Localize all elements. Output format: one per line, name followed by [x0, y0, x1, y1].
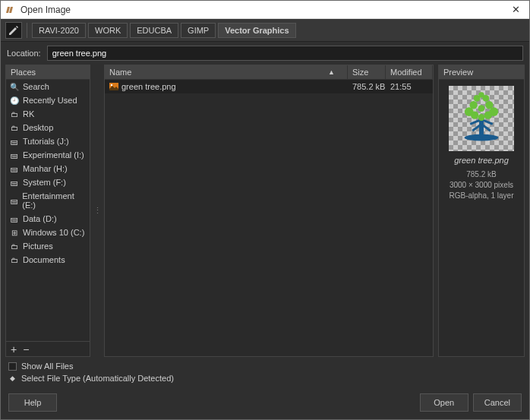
drive-icon: 🖴 [10, 164, 19, 173]
location-label: Location: [7, 49, 41, 58]
breadcrumb-segment[interactable]: Vector Graphics [218, 23, 295, 38]
place-label: RK [23, 109, 34, 118]
filelist-header: Name ▲ Size Modified [105, 65, 433, 80]
cancel-button[interactable]: Cancel [473, 393, 522, 412]
file-size-cell: 785.2 kB [348, 81, 386, 92]
place-item[interactable]: 🖴Tutorials (J:) [6, 134, 90, 148]
preview-panel: Preview [438, 65, 525, 357]
place-label: Manhar (H:) [23, 164, 68, 173]
drive-icon: 🖴 [10, 150, 19, 159]
typein-toggle-button[interactable] [5, 22, 22, 39]
col-modified[interactable]: Modified [386, 65, 433, 79]
breadcrumb-segment[interactable]: RAVI-2020 [32, 23, 86, 38]
location-row: Location: [1, 42, 529, 65]
filelist-panel: Name ▲ Size Modified green tree.png785.2… [104, 65, 434, 357]
place-label: Recently Used [23, 96, 77, 105]
search-icon: 🔍 [10, 82, 19, 91]
drive-icon: 🖴 [10, 214, 19, 223]
separator [27, 23, 27, 38]
places-list: 🔍Search🕘Recently Used🗀RK🗀Desktop🖴Tutoria… [6, 80, 90, 341]
app-icon [5, 5, 16, 15]
expand-icon[interactable]: ◆ [8, 374, 17, 383]
open-button[interactable]: Open [420, 393, 468, 412]
pane-resize-grip[interactable]: ⋮ [95, 65, 99, 357]
show-all-files-row[interactable]: Show All Files [8, 360, 522, 372]
preview-info: 785.2 kB 3000 × 3000 pixels RGB-alpha, 1… [449, 169, 513, 201]
place-item[interactable]: 🗀RK [6, 107, 90, 121]
places-footer: + − [6, 341, 90, 356]
preview-header: Preview [439, 65, 524, 80]
col-size[interactable]: Size [348, 65, 386, 79]
breadcrumb-segment[interactable]: EDUCBA [130, 23, 178, 38]
place-item[interactable]: 🔍Search [6, 80, 90, 93]
place-item[interactable]: 🖴Data (D:) [6, 212, 90, 226]
svg-point-13 [484, 111, 492, 118]
win-icon: ⊞ [10, 228, 19, 237]
folder-icon: 🗀 [10, 123, 19, 132]
place-label: Windows 10 (C:) [23, 228, 84, 237]
filelist-rows: green tree.png785.2 kB21:55 [105, 80, 433, 356]
path-toolbar: RAVI-2020WORKEDUCBAGIMPVector Graphics [1, 19, 529, 42]
svg-point-12 [471, 111, 478, 118]
place-label: Pictures [23, 242, 53, 251]
folder-icon: 🗀 [10, 109, 19, 118]
place-label: Experimental (I:) [23, 150, 84, 159]
image-file-icon [109, 82, 118, 91]
place-label: Data (D:) [23, 214, 57, 223]
place-item[interactable]: 🖴Entertainment (E:) [6, 189, 90, 212]
clock-icon: 🕘 [10, 96, 19, 105]
file-modified-cell: 21:55 [386, 81, 433, 92]
svg-point-1 [111, 84, 112, 86]
place-label: Documents [23, 255, 65, 264]
folder-icon: 🗀 [10, 255, 19, 264]
add-bookmark-button[interactable]: + [11, 344, 17, 355]
place-item[interactable]: 🕘Recently Used [6, 93, 90, 107]
drive-icon: 🖴 [10, 178, 19, 187]
place-item[interactable]: 🖴System (F:) [6, 175, 90, 189]
place-item[interactable]: 🗀Documents [6, 253, 90, 267]
svg-point-4 [478, 105, 485, 112]
file-row[interactable]: green tree.png785.2 kB21:55 [105, 80, 433, 93]
col-name[interactable]: Name ▲ [105, 65, 348, 79]
svg-point-11 [478, 92, 484, 97]
titlebar: Open Image ✕ [1, 1, 529, 19]
close-button[interactable]: ✕ [506, 1, 525, 19]
breadcrumb-segment[interactable]: GIMP [181, 23, 216, 38]
show-all-checkbox[interactable] [8, 362, 17, 371]
options-area: Show All Files ◆ Select File Type (Autom… [1, 357, 529, 387]
svg-point-14 [478, 114, 485, 121]
button-row: Help Open Cancel [1, 387, 529, 419]
place-item[interactable]: 🗀Pictures [6, 239, 90, 253]
open-image-dialog: Open Image ✕ RAVI-2020WORKEDUCBAGIMPVect… [0, 0, 530, 420]
drive-icon: 🖴 [10, 196, 18, 205]
help-button[interactable]: Help [8, 393, 57, 412]
places-header: Places [6, 65, 90, 80]
place-item[interactable]: 🖴Experimental (I:) [6, 148, 90, 162]
place-label: System (F:) [23, 178, 66, 187]
place-label: Entertainment (E:) [22, 191, 86, 210]
breadcrumb: RAVI-2020WORKEDUCBAGIMPVector Graphics [32, 23, 296, 38]
breadcrumb-segment[interactable]: WORK [88, 23, 128, 38]
place-label: Desktop [23, 123, 53, 132]
file-name-cell: green tree.png [105, 81, 348, 92]
place-label: Tutorials (J:) [23, 137, 69, 146]
drive-icon: 🖴 [10, 137, 19, 146]
place-item[interactable]: 🖴Manhar (H:) [6, 162, 90, 175]
place-item[interactable]: 🗀Desktop [6, 121, 90, 134]
preview-filename: green tree.png [454, 156, 509, 165]
preview-image [449, 86, 514, 151]
place-item[interactable]: ⊞Windows 10 (C:) [6, 226, 90, 239]
places-panel: Places 🔍Search🕘Recently Used🗀RK🗀Desktop🖴… [5, 65, 90, 357]
place-label: Search [23, 82, 49, 91]
remove-bookmark-button[interactable]: − [23, 344, 29, 355]
window-title: Open Image [21, 5, 71, 15]
select-filetype-row[interactable]: ◆ Select File Type (Automatically Detect… [8, 372, 522, 384]
preview-thumbnail [449, 86, 514, 151]
folder-icon: 🗀 [10, 242, 19, 251]
location-input[interactable] [47, 46, 523, 61]
sort-asc-icon: ▲ [328, 68, 335, 76]
